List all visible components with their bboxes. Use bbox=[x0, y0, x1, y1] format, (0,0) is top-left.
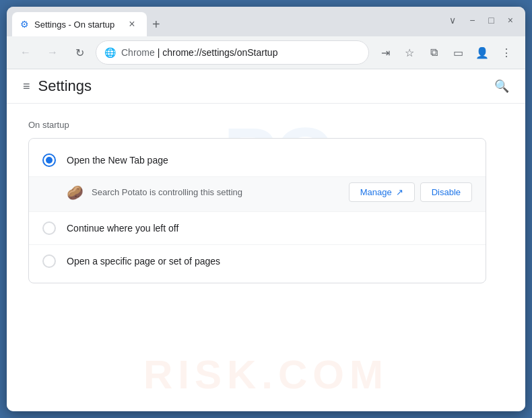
extensions-button[interactable]: ⧉ bbox=[423, 42, 444, 63]
browser-window: ⚙ Settings - On startup × + ∨ − □ × ← → … bbox=[7, 7, 525, 411]
back-button[interactable]: ← bbox=[15, 42, 36, 63]
section-title: On startup bbox=[28, 120, 504, 130]
bookmark-button[interactable]: ☆ bbox=[399, 42, 420, 63]
address-label: Chrome bbox=[121, 47, 155, 58]
settings-header-left: ≡ Settings bbox=[23, 77, 92, 95]
toolbar-actions: ⇥ ☆ ⧉ ▭ 👤 ⋮ bbox=[374, 42, 517, 63]
address-bar[interactable]: 🌐 Chrome | chrome://settings/onStartup bbox=[96, 40, 369, 65]
option-new-tab-label: Open the New Tab page bbox=[67, 155, 472, 166]
option-continue-label: Continue where you left off bbox=[67, 223, 472, 234]
options-card: Open the New Tab page 🥔 Search Potato is… bbox=[28, 138, 486, 283]
minimize-button[interactable]: − bbox=[468, 13, 476, 27]
profile-button[interactable]: 👤 bbox=[471, 42, 493, 63]
new-tab-button[interactable]: + bbox=[147, 15, 166, 34]
option-new-tab[interactable]: Open the New Tab page bbox=[29, 144, 486, 176]
toolbar: ← → ↻ 🌐 Chrome | chrome://settings/onSta… bbox=[7, 36, 525, 69]
menu-icon[interactable]: ≡ bbox=[23, 79, 30, 94]
option-specific[interactable]: Open a specific page or set of pages bbox=[29, 245, 486, 277]
more-button[interactable]: ⋮ bbox=[496, 42, 517, 63]
sub-item-label: Search Potato is controlling this settin… bbox=[92, 187, 341, 197]
option-continue[interactable]: Continue where you left off bbox=[29, 212, 486, 244]
manage-icon: ↗ bbox=[396, 187, 403, 197]
tab-close-button[interactable]: × bbox=[125, 18, 139, 31]
chevron-button[interactable]: ∨ bbox=[448, 13, 457, 27]
radio-new-tab[interactable] bbox=[42, 153, 56, 167]
page-title: Settings bbox=[38, 77, 92, 95]
search-button[interactable]: 🔍 bbox=[494, 79, 509, 94]
sub-actions: Manage ↗ Disable bbox=[349, 182, 472, 202]
manage-button[interactable]: Manage ↗ bbox=[349, 182, 415, 202]
potato-icon: 🥔 bbox=[67, 184, 84, 201]
maximize-button[interactable]: □ bbox=[487, 13, 495, 27]
address-path: chrome://settings/onStartup bbox=[162, 47, 277, 58]
radio-specific[interactable] bbox=[42, 254, 56, 268]
close-button[interactable]: × bbox=[506, 13, 514, 27]
radio-new-tab-inner bbox=[46, 157, 53, 164]
title-bar: ⚙ Settings - On startup × + ∨ − □ × bbox=[7, 7, 525, 36]
tab-title: Settings - On startup bbox=[34, 20, 120, 30]
option-specific-label: Open a specific page or set of pages bbox=[67, 256, 472, 267]
sub-item-potato: 🥔 Search Potato is controlling this sett… bbox=[29, 176, 486, 212]
settings-header: ≡ Settings 🔍 bbox=[7, 69, 525, 104]
page-content: PC RISK.COM ≡ Settings 🔍 On startup Open… bbox=[7, 69, 525, 411]
chrome-logo-icon: 🌐 bbox=[104, 47, 116, 58]
forward-button[interactable]: → bbox=[42, 42, 63, 63]
tab-settings-icon: ⚙ bbox=[20, 19, 29, 30]
address-text: Chrome | chrome://settings/onStartup bbox=[121, 47, 360, 58]
radio-continue[interactable] bbox=[42, 221, 56, 235]
reload-button[interactable]: ↻ bbox=[69, 42, 90, 63]
active-tab[interactable]: ⚙ Settings - On startup × bbox=[12, 12, 147, 36]
sidebar-button[interactable]: ▭ bbox=[447, 42, 469, 63]
manage-label: Manage bbox=[360, 187, 392, 197]
disable-button[interactable]: Disable bbox=[420, 182, 472, 202]
share-button[interactable]: ⇥ bbox=[374, 42, 396, 63]
settings-body: On startup Open the New Tab page 🥔 Searc… bbox=[7, 104, 525, 411]
